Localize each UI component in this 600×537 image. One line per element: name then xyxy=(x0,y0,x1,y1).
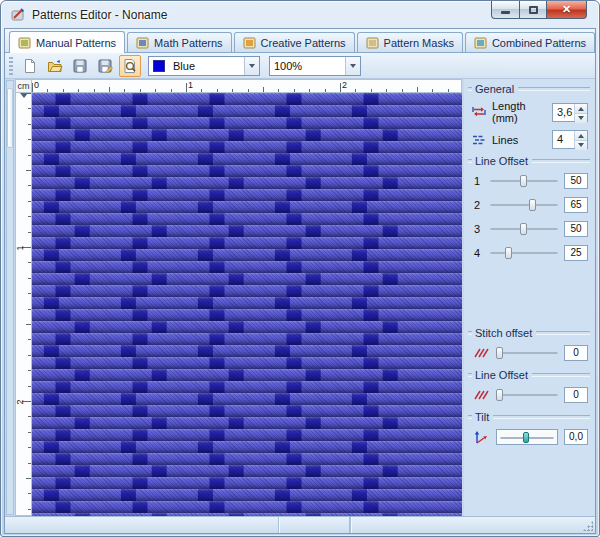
minimize-button[interactable] xyxy=(491,1,520,19)
title-bar[interactable]: Patterns Editor - Noname ✕ xyxy=(4,1,596,28)
chevron-down-icon xyxy=(578,116,584,123)
save-button[interactable] xyxy=(69,55,91,77)
tilt-slider-thumb[interactable] xyxy=(523,432,529,443)
window-title: Patterns Editor - Noname xyxy=(32,8,167,22)
new-file-icon xyxy=(22,58,38,74)
line-offset-slider-2[interactable] xyxy=(490,198,558,212)
color-swatch xyxy=(153,60,165,72)
line-offset-value-2[interactable]: 65 xyxy=(564,197,588,213)
lines-spin-up-button[interactable] xyxy=(575,131,587,141)
save-as-button[interactable] xyxy=(94,55,116,77)
save-icon xyxy=(72,58,88,74)
line-offset-slider-1[interactable] xyxy=(490,174,558,188)
tab-label: Math Patterns xyxy=(154,37,222,49)
color-combobox-dropdown-button[interactable] xyxy=(244,57,259,75)
line-offset-value-3[interactable]: 50 xyxy=(564,221,588,237)
toolbar-grip[interactable] xyxy=(9,57,13,75)
stitch-row xyxy=(32,237,462,249)
tab-manual-patterns[interactable]: Manual Patterns xyxy=(9,31,125,53)
new-file-button[interactable] xyxy=(19,55,41,77)
hatch-icon xyxy=(474,348,490,358)
line-offset-row-3: 350 xyxy=(474,221,588,237)
status-pane-2 xyxy=(279,517,350,533)
stitch-row xyxy=(32,417,462,429)
stitch-offset-slider-thumb[interactable] xyxy=(496,347,503,359)
stitch-offset-value[interactable]: 0 xyxy=(564,345,588,361)
tilt-axes-icon xyxy=(474,430,490,444)
tilt-value[interactable]: 0,0 xyxy=(564,429,588,445)
tab-label: Manual Patterns xyxy=(36,37,116,49)
stitch-row xyxy=(32,213,462,225)
color-combobox[interactable]: Blue xyxy=(148,56,260,76)
resize-grip[interactable] xyxy=(583,521,593,531)
zoom-combobox-dropdown-button[interactable] xyxy=(345,57,360,75)
line-offset-slider-thumb[interactable] xyxy=(529,199,536,211)
stitch-row xyxy=(32,345,462,357)
vertical-ruler: 12 xyxy=(15,93,32,516)
length-spin-down-button[interactable] xyxy=(575,114,587,123)
line-offset-single-slider-thumb[interactable] xyxy=(496,389,503,401)
ruler-marker xyxy=(20,93,28,102)
stitch-row xyxy=(32,105,462,117)
open-file-icon xyxy=(47,58,63,74)
stitch-row xyxy=(32,141,462,153)
save-as-icon xyxy=(97,58,113,74)
close-button[interactable]: ✕ xyxy=(547,1,587,19)
line-offset-single-slider[interactable] xyxy=(496,388,558,402)
vertical-scrollbar[interactable] xyxy=(6,80,14,515)
length-spin-up-button[interactable] xyxy=(575,104,587,114)
general-group-title: General xyxy=(472,83,518,95)
line-offset-slider-thumb[interactable] xyxy=(505,247,512,259)
lines-spin-down-button[interactable] xyxy=(575,141,587,150)
tilt-group-title: Tilt xyxy=(472,411,493,423)
properties-panel: General Length (mm) 3,6 xyxy=(464,79,595,516)
chevron-down-icon xyxy=(578,143,584,150)
horizontal-ruler: 012 xyxy=(32,79,462,93)
app-window: Patterns Editor - Noname ✕ Manual Patter… xyxy=(0,0,600,537)
lines-row: Lines 4 xyxy=(471,130,588,149)
tab-pattern-icon xyxy=(366,36,380,50)
line-offset-slider-thumb[interactable] xyxy=(520,175,527,187)
line-offset-slider-thumb[interactable] xyxy=(520,223,527,235)
line-offset-single-value[interactable]: 0 xyxy=(564,387,588,403)
lines-label: Lines xyxy=(492,134,547,146)
stitch-row xyxy=(32,117,462,129)
line-offset-value-4[interactable]: 25 xyxy=(564,245,588,261)
line-offset-row-1: 150 xyxy=(474,173,588,189)
tilt-group: Tilt 0,0 xyxy=(468,411,590,445)
open-file-button[interactable] xyxy=(44,55,66,77)
print-preview-button[interactable] xyxy=(119,55,141,77)
tab-pattern-masks[interactable]: Pattern Masks xyxy=(357,32,463,52)
stitch-row xyxy=(32,501,462,513)
lines-value[interactable]: 4 xyxy=(553,131,574,148)
panel-spacer xyxy=(468,269,590,327)
stitch-row xyxy=(32,165,462,177)
line-offset-group-title: Line Offset xyxy=(472,155,532,167)
tilt-slider[interactable] xyxy=(496,429,558,445)
chevron-up-icon xyxy=(578,131,584,138)
stitch-row xyxy=(32,297,462,309)
length-spinbox[interactable]: 3,6 xyxy=(552,103,588,122)
general-group: General Length (mm) 3,6 xyxy=(468,83,590,149)
vertical-scrollbar-thumb[interactable] xyxy=(7,88,13,148)
line-offset-row-label: 3 xyxy=(474,223,484,235)
print-preview-icon xyxy=(122,58,138,74)
content-area: cm 012 12 General xyxy=(5,79,595,516)
line-offset-slider-3[interactable] xyxy=(490,222,558,236)
lines-spinbox[interactable]: 4 xyxy=(552,130,588,149)
stitch-row xyxy=(32,177,462,189)
line-offset-value-1[interactable]: 50 xyxy=(564,173,588,189)
line-offset-slider-4[interactable] xyxy=(490,246,558,260)
zoom-combobox[interactable]: 100% xyxy=(269,56,361,76)
ruler-label: 1 xyxy=(188,80,193,90)
tab-creative-patterns[interactable]: Creative Patterns xyxy=(234,32,355,52)
tab-math-patterns[interactable]: Math Patterns xyxy=(127,32,231,52)
maximize-button[interactable] xyxy=(520,1,547,19)
length-value[interactable]: 3,6 xyxy=(553,104,574,121)
stitch-offset-slider[interactable] xyxy=(496,346,558,360)
line-offset-rows: 150265350425 xyxy=(468,173,590,261)
pattern-canvas[interactable] xyxy=(32,93,462,516)
ruler-label: 1 xyxy=(15,245,25,250)
tab-combined-patterns[interactable]: Combined Patterns xyxy=(465,32,595,52)
length-label: Length (mm) xyxy=(492,100,547,124)
